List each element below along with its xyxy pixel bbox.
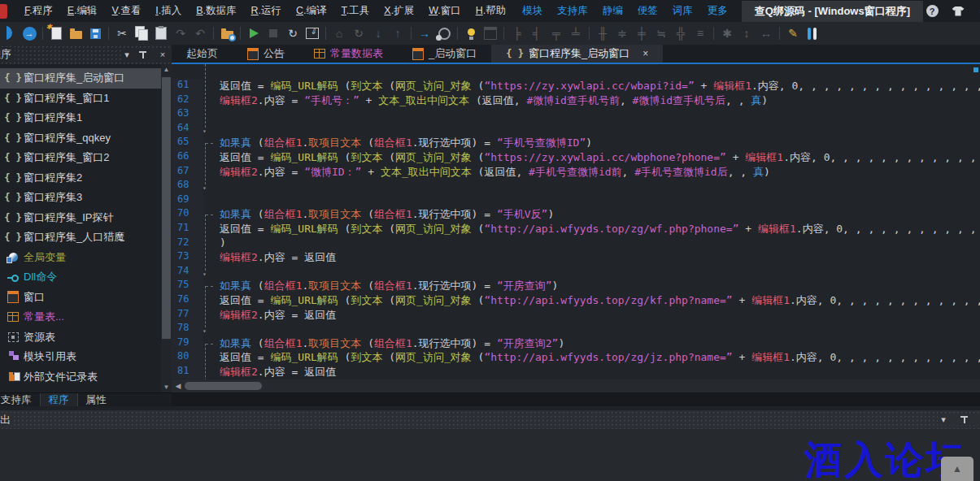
refresh-button[interactable]: ↻ xyxy=(349,24,368,42)
cut-button[interactable]: ✂ xyxy=(112,24,132,42)
code-line[interactable]: 66返回值 = 编码_URL解码 (到文本 (网页_访问_对象 (“https:… xyxy=(172,150,980,165)
tree-item-10[interactable]: Dll命令 xyxy=(0,267,172,288)
panel-close-icon[interactable]: × xyxy=(157,50,168,59)
distribute-horizontal-button[interactable]: ╬ xyxy=(671,24,690,42)
code-line[interactable]: 62编辑框2.内容 = “手机号：” + 文本_取出中间文本 (返回值, #微博… xyxy=(172,93,980,108)
distribute-vertical-button[interactable]: ≡ xyxy=(690,24,710,42)
align-top-button[interactable]: ╤ xyxy=(547,24,566,42)
sidebar-scrollbar[interactable]: ▲ ▼ xyxy=(161,64,172,392)
settings-gear-button[interactable]: ⚙ xyxy=(975,3,980,20)
code-line[interactable]: 64 xyxy=(172,122,980,136)
tree-item-11[interactable]: 窗口 xyxy=(0,288,172,308)
nav-forward-button[interactable]: → xyxy=(20,24,39,42)
goto-line-button[interactable]: → xyxy=(415,24,434,42)
code-line[interactable]: 74 xyxy=(172,265,980,280)
paste-button[interactable] xyxy=(151,24,171,42)
tab-close-icon[interactable]: × xyxy=(642,48,648,59)
stop-button[interactable] xyxy=(264,24,283,42)
editor-hscrollbar[interactable]: ◀ xyxy=(172,379,980,392)
help-button[interactable]: ? xyxy=(923,3,941,20)
compile-button[interactable] xyxy=(303,24,322,42)
undo-button[interactable]: ↶ xyxy=(190,24,210,42)
run-button[interactable] xyxy=(244,24,264,42)
tree-item-9[interactable]: 全局变量 xyxy=(0,248,172,268)
menu-e[interactable]: E.编辑 xyxy=(62,2,103,20)
tree-item-8[interactable]: { }窗口程序集_人口猎魔 xyxy=(0,228,172,248)
tab-2[interactable]: 常量数据表 xyxy=(299,45,398,63)
title-link-0[interactable]: 模块 xyxy=(516,2,548,20)
restart-button[interactable]: ↻ xyxy=(283,24,303,42)
title-link-1[interactable]: 支持库 xyxy=(551,2,594,20)
code-line[interactable]: 79如果真 (组合框1.取项目文本 (组合框1.现行选中项) = “开房查询2”… xyxy=(172,336,980,351)
tab-4-active[interactable]: { }窗口程序集_启动窗口× xyxy=(491,45,663,63)
tree-item-15[interactable]: 外部文件记录表 xyxy=(0,367,172,388)
form-designer-button[interactable] xyxy=(481,24,500,42)
same-height-button[interactable]: ↕ xyxy=(737,24,756,42)
center-vertical-button[interactable]: ≒ xyxy=(651,24,671,42)
theme-shirt-button[interactable] xyxy=(949,3,967,20)
tree-item-7[interactable]: { }窗口程序集_IP探针 xyxy=(0,208,172,228)
step-down-button[interactable]: ↓ xyxy=(368,24,388,42)
code-line[interactable]: 72) xyxy=(172,236,980,251)
code-line[interactable]: 67编辑框2.内容 = “微博ID：” + 文本_取出中间文本 (返回值, #手… xyxy=(172,165,980,180)
panel-dropdown-icon[interactable]: ▾ xyxy=(121,50,133,60)
code-line[interactable]: 77编辑框2.内容 = 返回值 xyxy=(172,308,980,323)
menu-t[interactable]: T.工具 xyxy=(336,2,376,20)
code-line[interactable]: 63 xyxy=(172,107,980,122)
options-tools-button[interactable] xyxy=(803,24,822,42)
step-up-button[interactable]: ↑ xyxy=(388,24,407,42)
code-editor[interactable]: 61返回值 = 编码_URL解码 (到文本 (网页_访问_对象 (“https:… xyxy=(172,64,980,379)
code-line[interactable]: 71返回值 = 编码_URL解码 (到文本 (网页_访问_对象 (“http:/… xyxy=(172,222,980,236)
menu-h[interactable]: H.帮助 xyxy=(470,2,512,20)
center-horizontal-button[interactable]: ╪ xyxy=(632,24,651,42)
title-link-3[interactable]: 便签 xyxy=(632,2,664,20)
output-dropdown-icon[interactable]: ▾ xyxy=(938,414,949,425)
menu-x[interactable]: X.扩展 xyxy=(378,2,420,20)
menu-v[interactable]: V.查看 xyxy=(107,2,147,20)
menu-f[interactable]: F.程序 xyxy=(19,2,59,20)
sidebar-scrollbar-thumb[interactable] xyxy=(162,77,171,339)
tree-item-12[interactable]: 常量表... xyxy=(0,307,172,327)
find-in-files-button[interactable] xyxy=(217,24,237,42)
menu-c[interactable]: C.编译 xyxy=(290,2,333,20)
tree-item-5[interactable]: { }窗口程序集2 xyxy=(0,168,172,188)
title-link-5[interactable]: 更多 xyxy=(702,2,734,20)
tree-item-1[interactable]: { }窗口程序集_窗口1 xyxy=(0,89,172,109)
tree-item-13[interactable]: 资源表 xyxy=(0,327,172,348)
space-vertical-button[interactable]: ≑ xyxy=(612,24,632,42)
align-left-button[interactable]: ╞ xyxy=(507,24,527,42)
code-line[interactable]: 73编辑框2.内容 = 返回值 xyxy=(172,250,980,265)
menu-b[interactable]: B.数据库 xyxy=(190,2,242,20)
panel-tab-1[interactable]: 程序 xyxy=(40,393,78,407)
editor-hscrollbar-thumb[interactable] xyxy=(185,382,262,390)
tree-item-0[interactable]: { }窗口程序集_启动窗口 xyxy=(0,68,172,89)
code-line[interactable]: 65如果真 (组合框1.取项目文本 (组合框1.现行选中项) = “手机号查微博… xyxy=(172,136,980,150)
scroll-down-icon[interactable]: ▼ xyxy=(161,382,172,392)
code-line[interactable]: 75如果真 (组合框1.取项目文本 (组合框1.现行选中项) = “开房查询”) xyxy=(172,279,980,293)
title-link-4[interactable]: 词库 xyxy=(667,2,699,20)
tree-item-3[interactable]: { }窗口程序集_qqkey xyxy=(0,128,172,149)
code-line[interactable]: 68 xyxy=(172,179,980,193)
scroll-top-button[interactable]: ▲ xyxy=(941,457,973,481)
tree-item-14[interactable]: 模块引用表 xyxy=(0,347,172,367)
code-line[interactable]: 70如果真 (组合框1.取项目文本 (组合框1.现行选中项) = “手机V反”) xyxy=(172,207,980,222)
copy-button[interactable] xyxy=(132,24,151,42)
code-line[interactable]: 76返回值 = 编码_URL解码 (到文本 (网页_访问_对象 (“http:/… xyxy=(172,293,980,308)
same-width-button[interactable]: ↔ xyxy=(756,24,776,42)
nav-back-button[interactable] xyxy=(0,24,20,42)
panel-tab-0[interactable]: 支持库 xyxy=(0,393,40,407)
tab-1[interactable]: 公告 xyxy=(233,45,299,63)
code-line[interactable]: 78 xyxy=(172,322,980,336)
save-button[interactable] xyxy=(85,24,105,42)
tips-bulb-button[interactable] xyxy=(461,24,481,42)
redo-button[interactable]: ↷ xyxy=(171,24,190,42)
panel-tab-2[interactable]: 属性 xyxy=(78,393,115,407)
output-pin-icon[interactable] xyxy=(960,415,972,424)
tab-0[interactable]: 起始页 xyxy=(172,45,233,63)
color-picker-button[interactable]: ✎ xyxy=(783,24,803,42)
new-file-button[interactable] xyxy=(46,24,66,42)
menu-r[interactable]: R.运行 xyxy=(246,2,288,20)
space-horizontal-button[interactable]: ╫ xyxy=(593,24,612,42)
same-size-button[interactable]: ✱ xyxy=(717,24,737,42)
code-line[interactable]: 69 xyxy=(172,193,980,208)
